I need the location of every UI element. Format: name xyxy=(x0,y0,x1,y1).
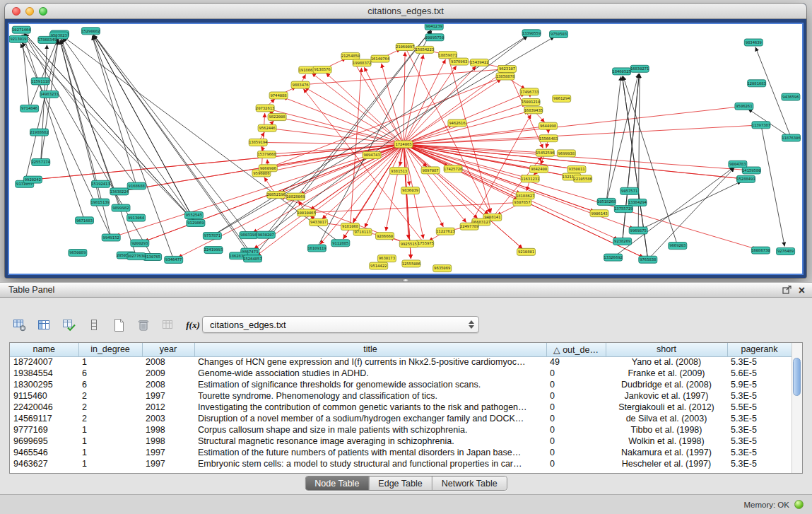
column-header-short[interactable]: short xyxy=(606,343,727,356)
graph-node[interactable]: 9168688 xyxy=(127,182,146,189)
row-options-icon[interactable] xyxy=(86,317,102,334)
graph-node[interactable]: 16140764 xyxy=(371,55,390,62)
function-builder-icon[interactable]: f(x) xyxy=(184,317,201,334)
close-panel-icon[interactable]: × xyxy=(799,285,805,296)
graph-node[interactable]: 17868349 xyxy=(38,36,57,43)
graph-node[interactable]: 9060906 xyxy=(259,165,277,172)
graph-node[interactable]: 9842400 xyxy=(530,165,548,173)
graph-node[interactable]: 9669203 xyxy=(669,243,687,250)
create-column-icon[interactable] xyxy=(110,317,127,334)
table-row[interactable]: 1938455462009Genome-wide association stu… xyxy=(10,368,792,379)
graph-node[interactable]: 17496733 xyxy=(520,88,539,95)
graph-node[interactable]: 14983233 xyxy=(40,90,59,98)
graph-node[interactable]: 10271464 xyxy=(12,26,31,33)
graph-node[interactable]: 15192413 xyxy=(91,180,110,187)
window-titlebar[interactable]: citations_edges.txt xyxy=(5,4,806,19)
graph-node[interactable]: 9699938 xyxy=(557,150,575,157)
graph-node[interactable]: 9899982 xyxy=(112,204,130,211)
tab-edge-table[interactable]: Edge Table xyxy=(368,477,431,490)
column-header-pagerank[interactable]: pagerank xyxy=(727,343,792,356)
graph-node[interactable]: 9897087 xyxy=(421,167,440,174)
table-row[interactable]: 911546021997Tourette syndrome. Phenomeno… xyxy=(10,390,792,402)
graph-node[interactable]: 11631231 xyxy=(521,175,540,182)
graph-node[interactable]: 15001210 xyxy=(522,99,541,106)
graph-node[interactable]: 9803198 xyxy=(240,232,258,239)
graph-node[interactable]: 18859871 xyxy=(438,52,457,59)
graph-node[interactable]: 15452596 xyxy=(536,149,555,156)
memory-status-icon[interactable] xyxy=(794,500,804,509)
graph-node[interactable]: 18460525 xyxy=(612,68,631,75)
graph-node[interactable]: 9462616 xyxy=(448,119,466,127)
graph-node[interactable]: 9644098 xyxy=(539,122,558,129)
table-row[interactable]: 1456911722003Disruption of a novel membe… xyxy=(10,413,792,424)
graph-node[interactable]: 11591118 xyxy=(31,78,50,85)
graph-node[interactable]: 9883476 xyxy=(291,81,310,88)
tab-node-table[interactable]: Node Table xyxy=(305,477,368,490)
graph-node[interactable]: 22497789 xyxy=(460,223,479,230)
graph-node[interactable]: 9307857 xyxy=(513,199,531,206)
graph-node[interactable]: 9949152 xyxy=(102,234,120,241)
column-header-year[interactable]: year xyxy=(142,343,194,356)
graph-node[interactable]: 9913064 xyxy=(127,214,146,221)
graph-node[interactable]: 17425726 xyxy=(444,165,463,173)
graph-node[interactable]: 16109119 xyxy=(307,245,326,252)
graph-node[interactable]: 11397387 xyxy=(752,122,771,129)
graph-node[interactable]: 9436596 xyxy=(782,93,800,100)
table-row[interactable]: 977716911998Corpus callosum shape and si… xyxy=(10,424,792,436)
graph-node[interactable]: 16830271 xyxy=(630,65,649,72)
graph-node[interactable]: 9213019 xyxy=(9,35,28,42)
close-window-button[interactable] xyxy=(12,7,20,16)
graph-node[interactable]: 9129869 xyxy=(187,220,205,227)
column-header-in_degree[interactable]: in_degree xyxy=(78,343,142,356)
graph-node[interactable]: 9350011 xyxy=(567,166,586,173)
graph-node[interactable]: 9920242 xyxy=(23,176,42,183)
graph-node[interactable]: 15439422 xyxy=(470,59,489,66)
graph-node[interactable]: 13390559 xyxy=(522,30,541,37)
graph-node[interactable]: 9925515 xyxy=(399,240,418,247)
table-row[interactable]: 1830029562008Estimation of significance … xyxy=(10,379,792,390)
graph-node[interactable]: 16086730 xyxy=(751,247,770,254)
graph-node[interactable]: 15288491 xyxy=(736,175,755,182)
graph-node[interactable]: 9030207 xyxy=(257,231,275,238)
table-row[interactable]: 1872400712008Changes of HCN gene express… xyxy=(10,356,792,368)
graph-node[interactable]: 9346477 xyxy=(165,256,183,263)
graph-node[interactable]: 9514422 xyxy=(370,262,388,269)
graph-node[interactable]: 22557174 xyxy=(31,159,50,166)
graph-node[interactable]: 19815139 xyxy=(90,199,110,206)
graph-node[interactable]: 9276489 xyxy=(777,248,795,255)
graph-node[interactable]: 11876306 xyxy=(782,134,801,141)
graph-node[interactable]: 9750503 xyxy=(550,31,568,38)
graph-node[interactable]: 20095750 xyxy=(425,34,445,41)
graph-node[interactable]: 11227623 xyxy=(436,228,455,235)
graph-node[interactable]: 9433017 xyxy=(310,218,328,226)
graph-node[interactable]: 9562446 xyxy=(258,124,276,132)
graph-node[interactable]: 9836039 xyxy=(401,187,420,194)
graph-node[interactable]: 9506261 xyxy=(735,103,753,110)
graph-node[interactable]: 15379668 xyxy=(257,151,276,158)
zoom-window-button[interactable] xyxy=(39,7,47,16)
graph-node[interactable]: 9757871 xyxy=(203,233,221,240)
graph-node[interactable]: 9765838 xyxy=(639,256,657,263)
graph-node[interactable]: 10518268 xyxy=(597,198,616,205)
graph-node[interactable]: 22419993 xyxy=(204,247,223,254)
graph-node[interactable]: 9112885 xyxy=(331,240,350,247)
graph-node[interactable]: 13384294 xyxy=(628,199,647,206)
delete-column-icon[interactable] xyxy=(135,317,152,334)
graph-node[interactable]: 20732613 xyxy=(256,105,275,112)
minimize-window-button[interactable] xyxy=(25,7,34,16)
graph-node[interactable]: 19988372 xyxy=(353,59,372,66)
graph-node[interactable]: 9094743 xyxy=(363,151,381,158)
table-mode-icon[interactable] xyxy=(11,317,28,334)
graph-node[interactable]: 9057571 xyxy=(620,187,639,194)
graph-node[interactable]: 9200293 xyxy=(131,240,149,247)
graph-node[interactable]: 9969875 xyxy=(629,227,647,234)
graph-node[interactable]: 13858878 xyxy=(496,73,515,80)
table-source-dropdown[interactable]: citations_edges.txt xyxy=(202,316,479,333)
graph-node[interactable]: 12081683 xyxy=(747,80,766,87)
import-table-icon[interactable] xyxy=(160,317,177,334)
graph-node[interactable]: 9714846 xyxy=(20,105,39,112)
graph-node[interactable]: 9130765 xyxy=(143,254,162,261)
graph-node[interactable]: 13326692 xyxy=(604,254,623,261)
graph-node[interactable]: 13755729 xyxy=(614,206,633,213)
tab-network-table[interactable]: Network Table xyxy=(432,477,507,490)
